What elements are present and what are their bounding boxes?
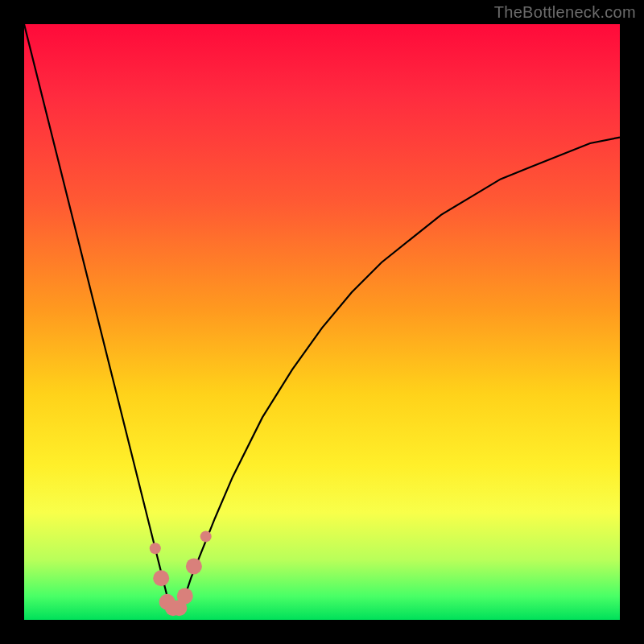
bottom-cluster-markers [150, 530, 212, 616]
marker-point [150, 543, 161, 554]
chart-frame: TheBottleneck.com [0, 0, 644, 644]
plot-area [24, 24, 620, 620]
curve-layer [24, 24, 620, 620]
marker-point [200, 530, 212, 542]
marker-point [186, 558, 202, 574]
marker-point [177, 588, 193, 604]
marker-point [153, 570, 169, 586]
bottleneck-curve [24, 24, 620, 608]
watermark-text: TheBottleneck.com [494, 3, 636, 22]
